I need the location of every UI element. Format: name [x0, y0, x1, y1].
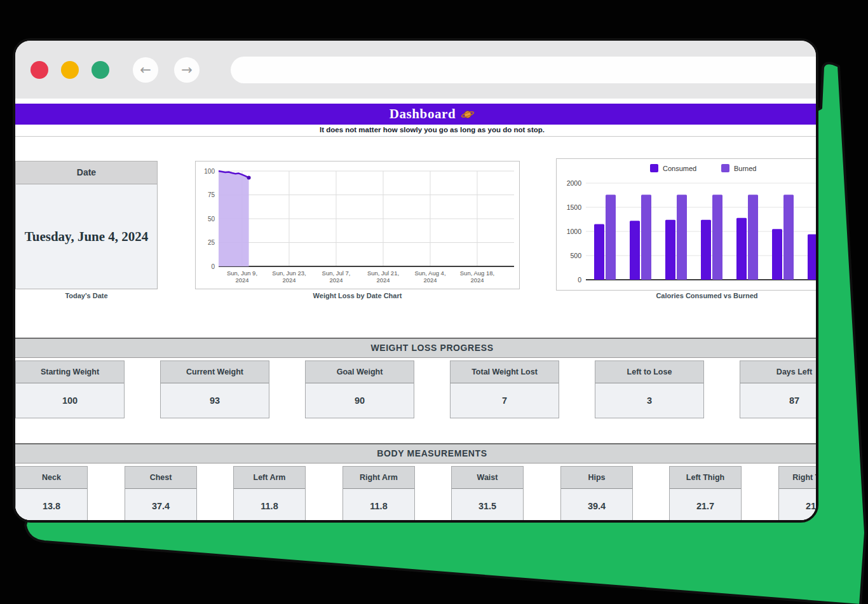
stat-card-label: Left Thigh — [670, 467, 741, 489]
forward-arrow-icon: → — [181, 62, 193, 78]
stat-card: Goal Weight 90 — [305, 360, 414, 418]
stage: ← → Dashboard — [0, 0, 868, 604]
page-content: Dashboard It does not matter how slowly … — [15, 99, 816, 520]
stat-card-value: 3 — [595, 383, 703, 418]
stat-card-label: Right Arm — [343, 467, 414, 489]
svg-text:0: 0 — [211, 263, 215, 270]
stat-card-label: Waist — [452, 467, 523, 489]
svg-text:Consumed: Consumed — [663, 165, 696, 172]
stat-card: Days Left 87 — [740, 360, 816, 418]
calories-chart-svg: 0500100015002000ConsumedBurned — [557, 159, 816, 290]
stat-card-value: 39.4 — [561, 489, 632, 520]
body-measurements-banner: BODY MEASUREMENTS — [15, 443, 816, 463]
calories-chart-caption: Calories Consumed vs Burned — [556, 292, 816, 299]
traffic-light-yellow-icon[interactable] — [61, 61, 79, 79]
stat-card-value: 100 — [16, 383, 124, 418]
calories-chart: 0500100015002000ConsumedBurned — [556, 158, 816, 291]
svg-text:75: 75 — [208, 191, 215, 198]
today-date-value: Tuesday, June 4, 2024 — [25, 229, 149, 245]
stat-card: Right Thigh 21.7 — [778, 466, 816, 520]
svg-text:Burned: Burned — [734, 165, 756, 172]
stat-card: Neck 13.8 — [15, 466, 88, 520]
stat-card-label: Current Weight — [161, 361, 269, 383]
page-title-bar: Dashboard — [15, 104, 816, 125]
stat-card-label: Chest — [125, 467, 196, 489]
stat-card: Starting Weight 100 — [15, 360, 125, 418]
search-icon[interactable] — [815, 64, 818, 79]
svg-text:Sun, Jul 7,2024: Sun, Jul 7,2024 — [322, 270, 351, 284]
saturn-icon — [461, 109, 475, 120]
stat-card-label: Right Thigh — [779, 467, 816, 489]
browser-window: ← → Dashboard — [13, 38, 818, 523]
stat-card-label: Starting Weight — [16, 361, 124, 383]
stat-card: Chest 37.4 — [125, 466, 197, 520]
traffic-light-red-icon[interactable] — [31, 61, 48, 79]
stat-card-label: Days Left — [740, 361, 816, 383]
stat-card-value: 21.7 — [779, 489, 816, 520]
stat-card: Current Weight 93 — [160, 360, 269, 418]
svg-text:0: 0 — [578, 276, 581, 284]
back-arrow-icon: ← — [140, 62, 151, 78]
progress-cards-row: Starting Weight 100 Current Weight 93 Go… — [15, 360, 816, 419]
weight-chart-caption: Weight Loss by Date Chart — [195, 292, 520, 299]
svg-text:25: 25 — [208, 239, 215, 246]
weight-loss-progress-banner: WEIGHT LOSS PROGRESS — [15, 338, 816, 358]
svg-text:Sun, Jun 23,2024: Sun, Jun 23,2024 — [272, 270, 306, 284]
stat-card: Left Thigh 21.7 — [669, 466, 742, 520]
svg-text:Sun, Aug 18,2024: Sun, Aug 18,2024 — [460, 270, 494, 284]
svg-text:500: 500 — [570, 252, 581, 259]
stat-card: Left to Lose 3 — [595, 360, 704, 418]
traffic-light-green-icon[interactable] — [92, 61, 109, 79]
stat-card: Right Arm 11.8 — [342, 466, 415, 520]
stat-card-value: 93 — [161, 383, 269, 418]
address-bar[interactable] — [231, 57, 818, 83]
stat-card: Left Arm 11.8 — [233, 466, 306, 520]
stat-card-value: 87 — [740, 383, 816, 418]
stat-card-label: Neck — [16, 467, 87, 489]
page-title: Dashboard — [390, 106, 456, 122]
svg-text:1500: 1500 — [567, 203, 582, 211]
motivational-quote: It does not matter how slowly you go as … — [15, 125, 816, 137]
measurement-cards-row: Neck 13.8 Chest 37.4 Left Arm 11.8 Right… — [15, 466, 816, 520]
forward-button[interactable]: → — [174, 57, 200, 83]
svg-text:Sun, Jun 9,2024: Sun, Jun 9,2024 — [227, 270, 257, 284]
svg-text:100: 100 — [204, 168, 215, 175]
svg-text:2000: 2000 — [567, 179, 582, 187]
date-card: Date Tuesday, June 4, 2024 — [15, 161, 158, 289]
svg-text:Sun, Aug 4,2024: Sun, Aug 4,2024 — [414, 270, 445, 284]
date-caption: Today's Date — [15, 292, 158, 299]
stat-card-value: 7 — [451, 383, 559, 418]
stat-card-label: Left to Lose — [595, 361, 703, 383]
stat-card-value: 37.4 — [125, 489, 196, 520]
stat-card: Hips 39.4 — [560, 466, 633, 520]
browser-chrome: ← → — [15, 41, 816, 99]
stat-card-label: Hips — [561, 467, 632, 489]
stat-card-value: 90 — [306, 383, 414, 418]
weight-loss-chart-svg: 0255075100Sun, Jun 9,2024Sun, Jun 23,202… — [196, 161, 519, 289]
stat-card: Total Weight Lost 7 — [450, 360, 559, 418]
stat-card-label: Left Arm — [234, 467, 305, 489]
stat-card-label: Goal Weight — [306, 361, 414, 383]
svg-text:1000: 1000 — [567, 228, 582, 235]
svg-text:50: 50 — [208, 216, 215, 223]
stat-card-value: 13.8 — [16, 489, 87, 520]
dashboard-page: Dashboard It does not matter how slowly … — [15, 99, 816, 520]
back-button[interactable]: ← — [133, 57, 158, 83]
stat-card-value: 11.8 — [343, 489, 414, 520]
stat-card-label: Total Weight Lost — [451, 361, 559, 383]
weight-loss-chart: 0255075100Sun, Jun 9,2024Sun, Jun 23,202… — [195, 161, 520, 289]
svg-text:Sun, Jul 21,2024: Sun, Jul 21,2024 — [367, 270, 399, 284]
stat-card-value: 21.7 — [670, 489, 741, 520]
stat-card-value: 31.5 — [452, 489, 523, 520]
stat-card: Waist 31.5 — [451, 466, 524, 520]
stat-card-value: 11.8 — [234, 489, 305, 520]
date-card-header: Date — [16, 161, 157, 184]
